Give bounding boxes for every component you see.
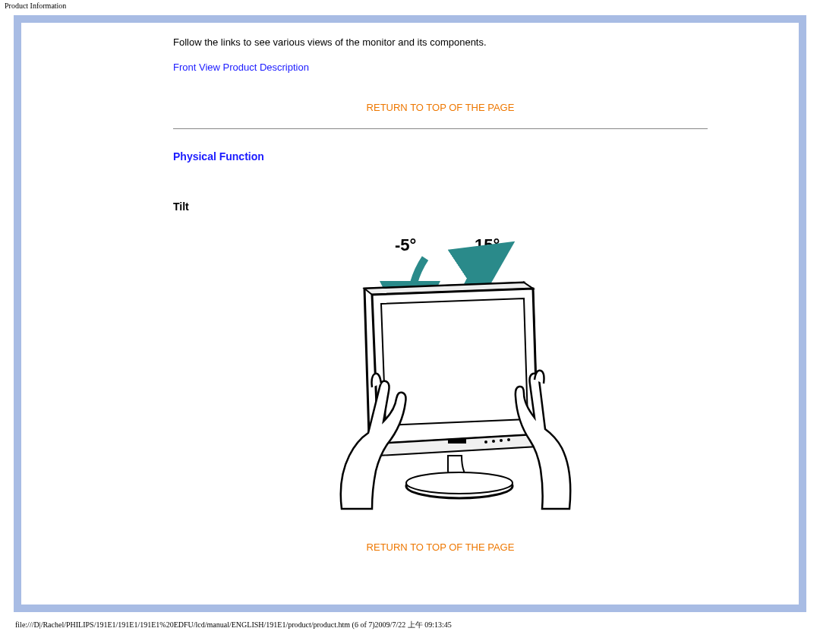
svg-point-9 <box>500 439 503 442</box>
divider <box>173 128 708 129</box>
svg-point-13 <box>406 472 512 494</box>
svg-point-8 <box>492 440 495 443</box>
intro-text: Follow the links to see various views of… <box>173 36 708 48</box>
svg-point-7 <box>484 440 487 444</box>
outer-frame: Follow the links to see various views of… <box>14 15 806 612</box>
page-root: Product Information Follow the links to … <box>0 0 820 644</box>
footer-file-path: file:///D|/Rachel/PHILIPS/191E1/191E1/19… <box>15 620 452 630</box>
inner-page: Follow the links to see various views of… <box>21 23 799 605</box>
svg-rect-11 <box>448 439 466 444</box>
front-view-link[interactable]: Front View Product Description <box>173 62 309 73</box>
tilt-label-back: -5° <box>395 235 416 254</box>
tilt-heading: Tilt <box>173 200 708 213</box>
content-column: Follow the links to see various views of… <box>173 36 708 568</box>
svg-point-10 <box>507 438 510 441</box>
tilt-illustration: -5° 15° <box>173 228 708 519</box>
return-top-link-1[interactable]: RETURN TO TOP OF THE PAGE <box>173 102 708 113</box>
return-top-link-2[interactable]: RETURN TO TOP OF THE PAGE <box>173 541 708 553</box>
page-header-title: Product Information <box>5 2 66 10</box>
tilt-label-forward: 15° <box>475 235 500 254</box>
tilt-diagram-icon: -5° 15° <box>296 228 585 516</box>
section-heading-physical-function: Physical Function <box>173 150 708 163</box>
